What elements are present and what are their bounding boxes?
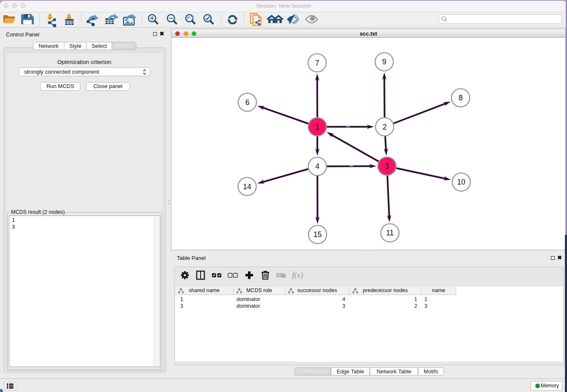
svg-text:14: 14 (243, 182, 251, 191)
svg-text:7: 7 (315, 59, 319, 67)
svg-text:4: 4 (315, 162, 319, 171)
svg-text:6: 6 (245, 98, 250, 107)
svg-text:10: 10 (457, 178, 465, 186)
svg-text:11: 11 (386, 229, 394, 237)
svg-text:2: 2 (383, 123, 387, 131)
svg-text:1: 1 (315, 123, 319, 131)
svg-text:f(x): f(x) (292, 271, 303, 280)
svg-text:8: 8 (459, 94, 463, 102)
svg-text:15: 15 (314, 230, 322, 239)
svg-text:9: 9 (382, 58, 386, 66)
svg-text:3: 3 (385, 162, 389, 171)
